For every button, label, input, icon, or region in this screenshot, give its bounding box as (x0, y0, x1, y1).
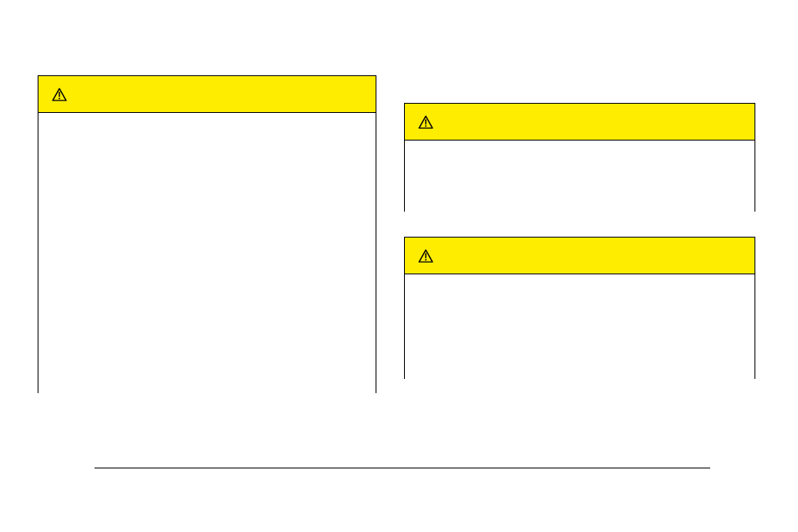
warning-panel-header (38, 76, 376, 113)
warning-panel-small-bottom (404, 237, 755, 379)
warning-triangle-icon (52, 88, 67, 101)
warning-panel-header (405, 104, 755, 141)
warning-panel-body (405, 274, 755, 380)
svg-point-5 (425, 125, 427, 126)
svg-point-2 (59, 97, 60, 99)
svg-point-8 (425, 258, 427, 260)
warning-panel-small-top (404, 103, 755, 212)
horizontal-rule (95, 468, 710, 468)
warning-panel-body (405, 141, 755, 212)
warning-triangle-icon (418, 115, 433, 129)
warning-panel-header (405, 238, 755, 274)
warning-triangle-icon (418, 249, 433, 263)
warning-panel-body (38, 113, 376, 394)
warning-panel-large (38, 75, 376, 393)
document-page (0, 0, 798, 532)
